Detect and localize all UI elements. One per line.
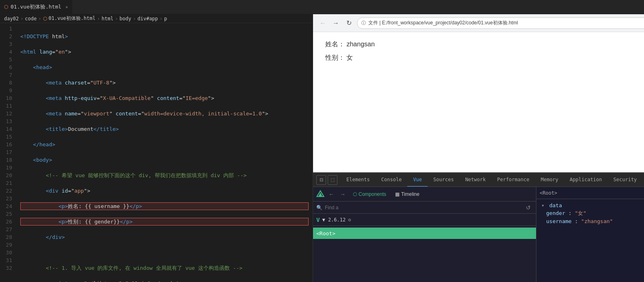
- breadcrumb-item: p: [164, 16, 167, 22]
- breadcrumb-item: ⬡: [43, 16, 47, 22]
- devtools-inspect-button[interactable]: ⊡: [316, 175, 326, 185]
- vue-data-tree: ▾ data gender : "女" username : "zhangsan…: [536, 199, 644, 282]
- vue-toolbar: ← → ⬡ Components ▦ Timeline: [313, 187, 536, 202]
- breadcrumb-item: html: [102, 16, 113, 22]
- devtools-body: ← → ⬡ Components ▦ Timeline 🔍: [313, 187, 644, 282]
- line-numbers: 12345 678910 1112131415 1617181920 21222…: [0, 23, 16, 282]
- gender-key: gender: [546, 210, 565, 216]
- name-label: 姓名：: [325, 41, 345, 48]
- tab-lighthouse[interactable]: Lighthouse: [642, 173, 644, 187]
- data-colon: :: [568, 210, 575, 216]
- vue-timeline-tab[interactable]: ▦ Timeline: [392, 190, 423, 199]
- vue-right-toolbar: <Root> ⬡ Filter state...: [536, 187, 644, 199]
- root-component-item[interactable]: <Root>: [313, 228, 536, 239]
- url-info-icon: ⓘ: [361, 20, 366, 26]
- breadcrumb-sep: ›: [160, 16, 162, 22]
- breadcrumb-item: day02: [4, 16, 19, 22]
- back-button[interactable]: ←: [318, 18, 328, 28]
- breadcrumb-item: code: [25, 16, 37, 22]
- vue-logo-icon: [316, 190, 324, 198]
- tab-vue[interactable]: Vue: [407, 173, 428, 187]
- code-area[interactable]: 12345 678910 1112131415 1617181920 21222…: [0, 23, 313, 282]
- devtools-tabs: ⊡ ⬚ Elements Console Vue Sources Network…: [313, 173, 644, 187]
- tab-sources[interactable]: Sources: [428, 173, 460, 187]
- breadcrumb-item: body: [119, 16, 131, 22]
- vue-refresh-button[interactable]: ↺: [524, 203, 533, 212]
- url-text: 文件 | E:/front_workspace/vue_project/day0…: [368, 20, 518, 26]
- username-data-item: username : "zhangsan": [541, 218, 644, 224]
- gender-value: "女": [575, 210, 586, 216]
- vue-version-row: V ▼ 2.6.12 ⚙: [313, 214, 536, 226]
- breadcrumb-item: div#app: [138, 16, 158, 22]
- tab-security[interactable]: Security: [608, 173, 643, 187]
- vue-right-panel: <Root> ⬡ Filter state... ▾ data gender :…: [536, 187, 644, 282]
- data-section: ▾ data: [541, 202, 644, 208]
- vue-v-icon: V: [316, 217, 320, 223]
- breadcrumb-item: 01.vue初体验.html: [49, 15, 95, 22]
- vue-component-list: <Root>: [313, 226, 536, 282]
- code-content[interactable]: <!DOCTYPE html> <html lang="en"> <head> …: [16, 23, 313, 282]
- breadcrumb-sep: ›: [133, 16, 136, 22]
- code-editor: day02 › code › ⬡ 01.vue初体验.html › html ›…: [0, 14, 313, 282]
- breadcrumb-sep: ›: [38, 16, 41, 22]
- gender-value: 女: [346, 54, 353, 61]
- tab-console[interactable]: Console: [376, 173, 408, 187]
- vue-search-bar: 🔍 ↺: [313, 202, 536, 214]
- expand-icon[interactable]: ▾: [541, 202, 545, 208]
- vue-components-tab[interactable]: ⬡ Components: [350, 190, 389, 199]
- vue-back-button[interactable]: ←: [327, 190, 336, 199]
- vue-left-panel: ← → ⬡ Components ▦ Timeline 🔍: [313, 187, 536, 282]
- browser-pane: ← → ↻ ⓘ 文件 | E:/front_workspace/vue_proj…: [313, 14, 644, 282]
- username-key: username: [546, 218, 572, 224]
- components-label: Components: [359, 191, 386, 197]
- search-icon: 🔍: [316, 205, 322, 210]
- browser-content: 姓名： zhangsan 性别： 女: [313, 32, 644, 172]
- username-value: "zhangsan": [581, 218, 613, 224]
- gender-data-item: gender : "女": [541, 210, 644, 217]
- tab-label: 01.vue初体验.html: [11, 3, 61, 11]
- root-label-right: <Root>: [540, 190, 557, 196]
- vue-version-badge: ▼ 2.6.12: [322, 217, 346, 223]
- breadcrumb-sep: ›: [115, 16, 118, 22]
- main-area: day02 › code › ⬡ 01.vue初体验.html › html ›…: [0, 14, 644, 282]
- devtools-device-button[interactable]: ⬚: [328, 175, 337, 185]
- forward-button[interactable]: →: [331, 18, 341, 28]
- data-colon2: :: [575, 218, 581, 224]
- breadcrumb-sep: ›: [97, 16, 100, 22]
- tab-bar: ⬡ 01.vue初体验.html ×: [0, 0, 644, 14]
- timeline-icon: ▦: [395, 191, 400, 197]
- data-key: data: [549, 202, 562, 208]
- name-value: zhangsan: [346, 41, 374, 48]
- browser-gender-line: 性别： 女: [325, 54, 644, 62]
- tab-performance[interactable]: Performance: [491, 173, 535, 187]
- timeline-label: Timeline: [401, 191, 419, 197]
- browser-name-line: 姓名： zhangsan: [325, 40, 644, 49]
- tab-network[interactable]: Network: [460, 173, 492, 187]
- url-bar[interactable]: ⓘ 文件 | E:/front_workspace/vue_project/da…: [357, 17, 644, 29]
- breadcrumb: day02 › code › ⬡ 01.vue初体验.html › html ›…: [0, 14, 313, 23]
- devtools-icons: ⊡ ⬚: [313, 175, 341, 185]
- html-file-icon: ⬡: [4, 4, 8, 10]
- tab-application[interactable]: Application: [564, 173, 607, 187]
- reload-button[interactable]: ↻: [344, 18, 354, 28]
- vue-forward-button[interactable]: →: [338, 190, 347, 199]
- browser-toolbar: ← → ↻ ⓘ 文件 | E:/front_workspace/vue_proj…: [313, 14, 644, 32]
- devtools-panel: ⊡ ⬚ Elements Console Vue Sources Network…: [313, 172, 644, 282]
- breadcrumb-sep: ›: [20, 16, 23, 22]
- file-tab[interactable]: ⬡ 01.vue初体验.html ×: [0, 0, 73, 14]
- root-label: <Root>: [316, 230, 335, 236]
- tab-memory[interactable]: Memory: [535, 173, 564, 187]
- components-icon: ⬡: [353, 191, 357, 197]
- tab-close-button[interactable]: ×: [65, 4, 68, 10]
- tab-elements[interactable]: Elements: [341, 173, 376, 187]
- gear-icon[interactable]: ⚙: [348, 217, 351, 223]
- vue-find-input[interactable]: [325, 205, 521, 210]
- gender-label: 性别：: [325, 54, 345, 61]
